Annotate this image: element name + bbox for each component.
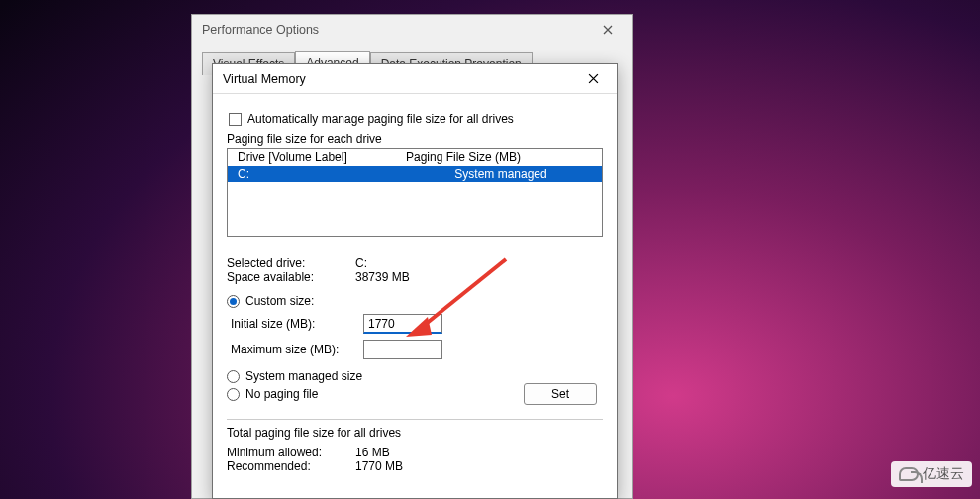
watermark-logo-icon	[899, 467, 919, 481]
max-size-row: Maximum size (MB):	[227, 340, 603, 359]
radio-system-managed[interactable]: System managed size	[227, 369, 603, 383]
paging-group-label: Paging file size for each drive	[227, 132, 603, 146]
initial-size-row: Initial size (MB):	[227, 314, 603, 334]
initial-size-input[interactable]	[363, 314, 442, 334]
virtual-memory-dialog: Virtual Memory Automatically manage pagi…	[212, 63, 618, 499]
vm-title: Virtual Memory	[223, 72, 306, 86]
space-available-value: 38739 MB	[355, 270, 410, 284]
parent-close-button[interactable]	[590, 18, 626, 42]
radio-sysmanaged-icon[interactable]	[227, 370, 240, 383]
radio-sysmanaged-label: System managed size	[245, 369, 362, 383]
set-button[interactable]: Set	[524, 383, 597, 405]
recommended-label: Recommended:	[227, 459, 355, 473]
min-allowed-label: Minimum allowed:	[227, 446, 355, 459]
auto-manage-checkbox[interactable]	[229, 113, 242, 126]
drive-list-header: Drive [Volume Label] Paging File Size (M…	[228, 149, 602, 166]
selected-drive-info: Selected drive: C: Space available: 3873…	[227, 256, 603, 284]
max-size-label: Maximum size (MB):	[227, 343, 355, 356]
min-allowed-value: 16 MB	[355, 446, 390, 459]
selected-drive-value: C:	[355, 256, 367, 270]
drive-row-c[interactable]: C: System managed	[228, 166, 602, 182]
divider	[227, 419, 603, 420]
drive-pfs: System managed	[406, 167, 596, 181]
totals-label: Total paging file size for all drives	[227, 426, 603, 440]
radio-nopaging-label: No paging file	[245, 387, 318, 401]
radio-custom-size[interactable]: Custom size:	[227, 294, 603, 308]
vm-titlebar: Virtual Memory	[213, 64, 617, 94]
drive-name: C:	[238, 167, 406, 181]
col-pfs-label: Paging File Size (MB)	[406, 150, 521, 164]
radio-nopaging-icon[interactable]	[227, 388, 240, 401]
auto-manage-row[interactable]: Automatically manage paging file size fo…	[229, 112, 603, 126]
recommended-value: 1770 MB	[355, 459, 403, 473]
col-drive-label: Drive [Volume Label]	[238, 150, 406, 164]
performance-options-title: Performance Options	[202, 23, 319, 37]
space-available-label: Space available:	[227, 270, 355, 284]
auto-manage-label: Automatically manage paging file size fo…	[247, 112, 514, 126]
radio-custom-label: Custom size:	[245, 294, 314, 308]
performance-options-titlebar: Performance Options	[192, 15, 632, 45]
max-size-input[interactable]	[363, 340, 442, 359]
vm-close-button[interactable]	[573, 65, 613, 93]
watermark: 亿速云	[891, 461, 972, 487]
initial-size-label: Initial size (MB):	[227, 317, 355, 331]
vm-body: Automatically manage paging file size fo…	[213, 94, 617, 473]
watermark-text: 亿速云	[923, 465, 964, 483]
desktop-background: Performance Options Visual Effects Advan…	[0, 0, 980, 499]
selected-drive-label: Selected drive:	[227, 256, 355, 270]
drive-list[interactable]: Drive [Volume Label] Paging File Size (M…	[227, 148, 603, 237]
radio-custom-icon[interactable]	[227, 295, 240, 308]
